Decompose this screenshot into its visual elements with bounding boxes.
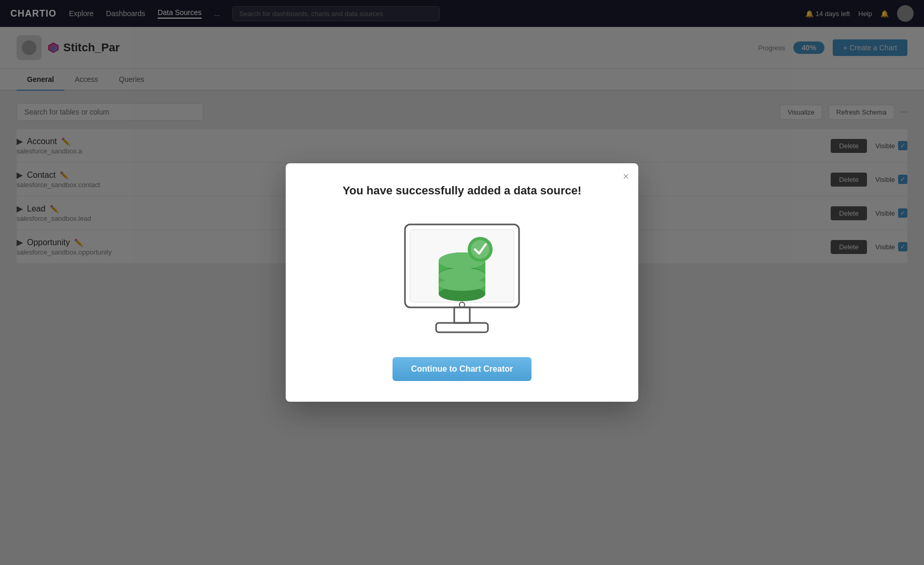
continue-button[interactable]: Continue to Chart Creator	[393, 357, 531, 381]
close-button[interactable]: ×	[623, 171, 629, 182]
success-modal: × You have successfully added a data sou…	[286, 163, 638, 402]
modal-overlay: × You have successfully added a data sou…	[0, 0, 924, 565]
svg-point-17	[439, 278, 485, 291]
modal-illustration	[306, 214, 618, 338]
svg-rect-5	[454, 307, 470, 323]
modal-title: You have successfully added a data sourc…	[306, 184, 618, 197]
svg-point-20	[471, 240, 489, 259]
database-monitor-illustration	[384, 214, 540, 338]
svg-rect-7	[436, 323, 488, 332]
